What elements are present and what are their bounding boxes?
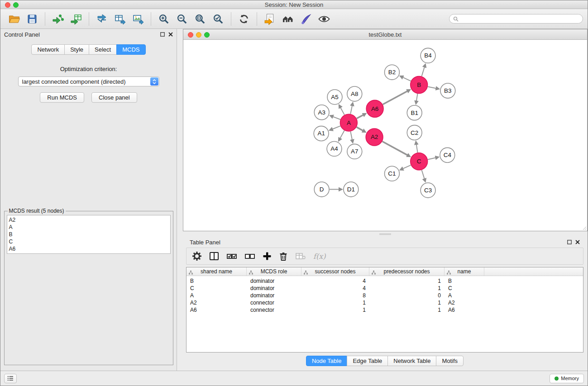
save-session-icon[interactable] [23,11,41,27]
edge-C-C4[interactable] [428,157,436,159]
open-file-icon[interactable] [5,11,23,27]
close-panel-icon[interactable] [168,32,173,37]
column-header-MCDS-role[interactable]: MCDS role [247,267,301,276]
table-row[interactable]: Cdominator41C [186,285,583,292]
node-B2[interactable]: B2 [385,65,400,80]
list-item[interactable]: A6 [9,245,168,253]
tab-style[interactable]: Style [64,44,89,55]
node-C2[interactable]: C2 [407,125,422,140]
search-field[interactable] [449,14,583,24]
node-A7[interactable]: A7 [347,144,362,159]
node-C[interactable]: C [411,153,428,170]
node-A[interactable]: A [340,114,357,131]
home-network-icon[interactable] [279,11,297,27]
export-table-icon[interactable] [111,11,129,27]
list-item[interactable]: A2 [9,216,168,224]
node-A5[interactable]: A5 [327,90,342,105]
tab-network[interactable]: Network [31,44,65,55]
table-row[interactable]: A6connector11A6 [186,306,583,314]
search-input[interactable] [460,16,579,22]
run-mcds-button[interactable]: Run MCDS [40,92,84,103]
edge-A-A3[interactable] [332,116,340,119]
edge-A6-B[interactable] [383,91,408,105]
node-A3[interactable]: A3 [314,105,329,120]
task-history-button[interactable] [4,374,17,383]
column-header-successor-nodes[interactable]: successor nodes [301,267,369,276]
node-D[interactable]: D [314,182,329,197]
node-B[interactable]: B [411,76,428,94]
trash-icon[interactable] [279,252,288,261]
node-D1[interactable]: D1 [344,182,359,197]
add-column-icon[interactable] [263,252,272,261]
network-clone-icon[interactable] [93,11,111,27]
node-A1[interactable]: A1 [314,126,329,141]
apply-layout-icon[interactable] [261,11,279,27]
edge-A-A5[interactable] [340,107,344,115]
zoom-in-icon[interactable] [155,11,173,27]
tab-network-table[interactable]: Network Table [387,356,436,366]
network-canvas[interactable]: B4B2BB3A5A8A6B1A3AA1A2C2A4A7C4CC1C3DD1 [183,40,587,231]
node-B3[interactable]: B3 [440,83,455,98]
import-network-icon[interactable] [49,11,67,27]
close-panel-button[interactable]: Close panel [91,92,137,103]
edge-A2-C[interactable] [382,142,408,156]
gear-icon[interactable] [192,251,202,261]
memory-button[interactable]: Memory [550,374,584,383]
tab-select[interactable]: Select [89,44,117,55]
tab-mcds[interactable]: MCDS [116,44,145,55]
import-table-icon[interactable] [67,11,85,27]
node-A6[interactable]: A6 [366,100,383,117]
column-header-shared-name[interactable]: shared name [186,267,247,276]
edge-A-A7[interactable] [350,132,352,140]
function-builder-button[interactable]: f(x) [313,252,325,261]
optimization-criterion-dropdown[interactable]: largest connected component (directed) [18,76,159,86]
node-A8[interactable]: A8 [347,86,362,101]
table-body[interactable]: Bdominator41BCdominator41CAdominator80AA… [186,276,583,352]
edge-C-C2[interactable] [416,144,418,152]
pane-splitter[interactable] [183,231,588,237]
column-header-predecessor-nodes[interactable]: predecessor nodes [369,267,445,276]
float-panel-icon[interactable] [567,240,572,244]
table-row[interactable]: Bdominator41B [186,277,583,285]
edge-C-C1[interactable] [402,165,411,169]
edge-A-A8[interactable] [350,105,352,114]
zoom-fit-icon[interactable] [191,11,209,27]
table-row[interactable]: Adominator80A [186,292,583,299]
zoom-out-icon[interactable] [173,11,191,27]
show-columns-icon[interactable] [209,252,219,261]
float-panel-icon[interactable] [160,32,165,37]
node-C1[interactable]: C1 [385,166,400,181]
node-A2[interactable]: A2 [366,129,383,146]
style-brush-icon[interactable] [297,11,315,27]
edge-B-B1[interactable] [416,94,418,101]
node-C3[interactable]: C3 [421,183,435,198]
node-B1[interactable]: B1 [407,105,422,120]
node-C4[interactable]: C4 [440,148,455,162]
edge-A-A6[interactable] [357,114,364,118]
tab-node-table[interactable]: Node Table [306,356,348,366]
edge-B-B3[interactable] [428,86,436,88]
node-B4[interactable]: B4 [421,48,435,63]
tab-edge-table[interactable]: Edge Table [347,356,388,366]
unselect-all-icon[interactable] [244,252,255,261]
edge-C-C3[interactable] [422,170,425,179]
edge-A-A2[interactable] [357,127,363,131]
close-panel-icon[interactable] [575,240,580,244]
node-A4[interactable]: A4 [327,141,342,156]
zoom-selected-icon[interactable] [209,11,227,27]
edge-B-B2[interactable] [402,77,411,81]
eye-icon[interactable] [315,11,333,27]
edge-A-A1[interactable] [332,126,340,129]
refresh-icon[interactable] [235,11,253,27]
edge-B-B4[interactable] [422,67,425,76]
column-header-name[interactable]: name [445,267,484,276]
list-item[interactable]: C [9,238,168,245]
list-item[interactable]: B [9,231,168,238]
mcds-result-list[interactable]: A2ABCA6 [7,215,171,254]
tab-motifs[interactable]: Motifs [436,356,464,366]
resize-grip-icon[interactable] [581,225,587,230]
list-item[interactable]: A [9,224,168,231]
delete-table-icon[interactable] [295,252,306,261]
table-row[interactable]: A2connector11A2 [186,299,583,306]
select-all-icon[interactable] [226,252,237,261]
